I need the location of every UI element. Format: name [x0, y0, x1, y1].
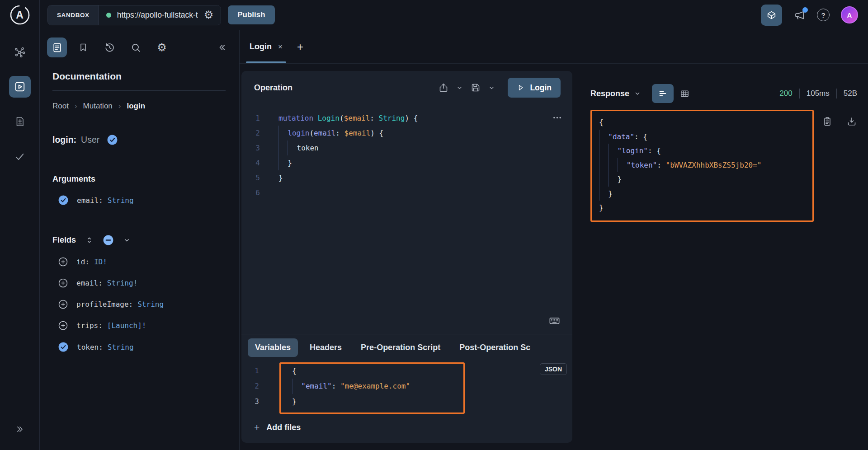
code-text: } [274, 155, 292, 170]
rail-explorer-button[interactable] [9, 76, 31, 98]
field-type-link[interactable]: String [137, 300, 164, 309]
code-text: token [274, 141, 319, 155]
sort-fields-button[interactable] [85, 236, 94, 244]
cube-icon [766, 9, 777, 21]
breadcrumb-item[interactable]: login [127, 102, 145, 111]
publish-button[interactable]: Publish [228, 5, 274, 24]
request-tab-headers[interactable]: Headers [302, 338, 349, 357]
studio-home-button[interactable] [761, 5, 782, 26]
table-view-button[interactable] [674, 84, 695, 103]
operation-menu-button[interactable] [552, 112, 562, 123]
deselect-all-fields-button[interactable] [103, 234, 114, 246]
field-type-link[interactable]: ID! [94, 258, 107, 266]
code-line[interactable]: 6 [241, 185, 572, 200]
request-tab-post-operation-sc[interactable]: Post-Operation Sc [452, 338, 538, 357]
field-name: email: [76, 279, 103, 287]
rail-checks-button[interactable] [9, 145, 31, 167]
field-add-icon[interactable] [58, 299, 68, 309]
endpoint-url-input[interactable]: https://apollo-fullstack-t [117, 10, 198, 20]
add-files-row[interactable]: + Add files [241, 416, 572, 443]
field-checked-icon[interactable] [107, 134, 118, 145]
code-line[interactable]: 3 token [241, 141, 572, 155]
fields-options-button[interactable] [123, 236, 131, 244]
tab-close-icon[interactable]: × [278, 42, 283, 52]
operation-editor[interactable]: 1mutation Login($email: String) {2 login… [241, 104, 572, 334]
help-button[interactable]: ? [817, 9, 830, 21]
history-button[interactable] [99, 38, 119, 57]
code-line[interactable]: } [599, 201, 812, 215]
search-button[interactable] [126, 38, 146, 57]
code-line[interactable]: 2 "email": "me@example.com" [241, 379, 572, 394]
app-body: ⚙ Documentation Root›Mutation›login logi… [0, 30, 868, 450]
field-type-link[interactable]: String [108, 343, 134, 352]
explorer-settings-button[interactable]: ⚙ [152, 38, 172, 57]
operation-tabbar: Login × + [240, 30, 868, 64]
selected-field-type[interactable]: User [81, 135, 99, 145]
code-line[interactable]: "token": "bWVAZXhhbXBsZS5jb20=" [599, 158, 812, 173]
code-line[interactable]: 2 login(email: $email) { [241, 126, 572, 141]
table-icon [679, 89, 690, 99]
run-operation-button[interactable]: Login [508, 78, 561, 98]
request-tab-variables[interactable]: Variables [248, 338, 298, 357]
json-format-badge[interactable]: JSON [540, 363, 567, 375]
sandbox-mode-label[interactable]: SANDBOX [48, 5, 99, 25]
code-line[interactable]: "login": { [599, 144, 812, 158]
share-icon [438, 82, 449, 93]
status-code: 200 [779, 89, 792, 98]
breadcrumb-item[interactable]: Mutation [83, 102, 113, 111]
code-line[interactable]: 1{ [241, 363, 572, 379]
code-line[interactable]: { [599, 115, 812, 130]
code-line[interactable]: 4 } [241, 155, 572, 170]
announcements-button[interactable] [793, 9, 806, 21]
response-panel: Response [572, 71, 862, 443]
field-add-icon[interactable] [58, 320, 68, 331]
field-row: email:String [52, 195, 226, 206]
minus-circle-icon [103, 234, 114, 246]
rail-schema-button[interactable] [9, 41, 31, 63]
rail-changelog-button[interactable] [9, 111, 31, 132]
field-type-link[interactable]: String [108, 196, 134, 205]
share-options-button[interactable] [454, 83, 465, 93]
field-type-link[interactable]: String! [107, 279, 137, 287]
apollo-logo[interactable]: A [0, 0, 40, 30]
code-line[interactable]: "data": { [599, 130, 812, 144]
response-options-button[interactable] [634, 90, 641, 97]
breadcrumb-separator-icon: › [118, 102, 121, 111]
save-options-button[interactable] [486, 83, 497, 93]
code-line[interactable]: 1mutation Login($email: String) { [241, 111, 572, 126]
copy-response-button[interactable] [822, 116, 833, 127]
apollo-studio-app: A SANDBOX https://apollo-fullstack-t ⚙ P… [0, 0, 868, 450]
response-json[interactable]: { "data": { "login": { "token": "bWVAZXh… [590, 110, 814, 222]
code-line[interactable]: } [599, 187, 812, 201]
documentation-tab-button[interactable] [47, 38, 67, 57]
field-add-icon[interactable] [58, 278, 68, 288]
code-line[interactable]: } [599, 172, 812, 187]
line-number: 3 [241, 394, 272, 409]
user-avatar[interactable]: A [841, 6, 858, 23]
tab-login[interactable]: Login × [243, 30, 289, 63]
add-tab-button[interactable]: + [289, 30, 311, 63]
share-operation-button[interactable] [438, 82, 449, 93]
breadcrumb-item[interactable]: Root [52, 102, 69, 111]
keyboard-shortcuts-button[interactable] [548, 314, 561, 327]
code-text: { [272, 363, 297, 379]
endpoint-settings-icon[interactable]: ⚙ [204, 9, 214, 20]
request-tab-pre-operation-script[interactable]: Pre-Operation Script [354, 338, 448, 357]
rail-expand-button[interactable] [9, 418, 31, 440]
field-add-icon[interactable] [58, 257, 68, 267]
collapse-panel-button[interactable] [212, 38, 232, 57]
formatted-view-button[interactable] [652, 84, 674, 103]
field-type-link[interactable]: [Launch]! [107, 321, 146, 330]
line-number: 3 [241, 141, 274, 155]
save-operation-button[interactable] [470, 82, 481, 93]
operation-card: Operation [241, 71, 572, 443]
field-selected-check-icon[interactable] [58, 342, 69, 352]
download-response-button[interactable] [846, 116, 857, 127]
code-line[interactable]: 5} [241, 170, 572, 185]
field-selected-check-icon[interactable] [58, 195, 69, 206]
operation-actions: Login [438, 78, 561, 98]
breadcrumb-separator-icon: › [75, 102, 77, 111]
code-line[interactable]: 3} [241, 394, 572, 409]
bookmarks-button[interactable] [73, 38, 93, 57]
variables-area[interactable]: 1{2 "email": "me@example.com"3} JSON [241, 361, 572, 416]
